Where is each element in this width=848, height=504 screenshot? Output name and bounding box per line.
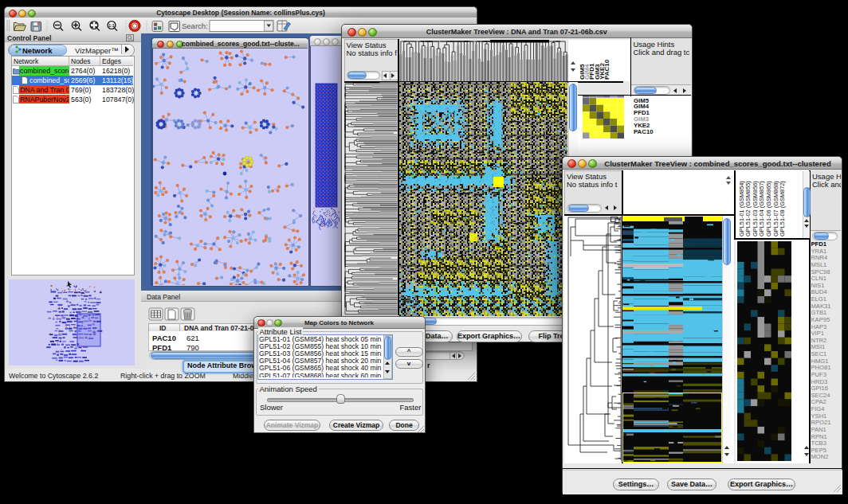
svg-text:PAC10: PAC10 xyxy=(603,59,610,80)
svg-text:1:1: 1:1 xyxy=(108,23,115,28)
svg-text:Search:: Search: xyxy=(182,21,208,30)
svg-text:PAC10: PAC10 xyxy=(634,128,654,135)
svg-text:GPL51-08 (GSM872): GPL51-08 (GSM872) xyxy=(779,181,786,236)
